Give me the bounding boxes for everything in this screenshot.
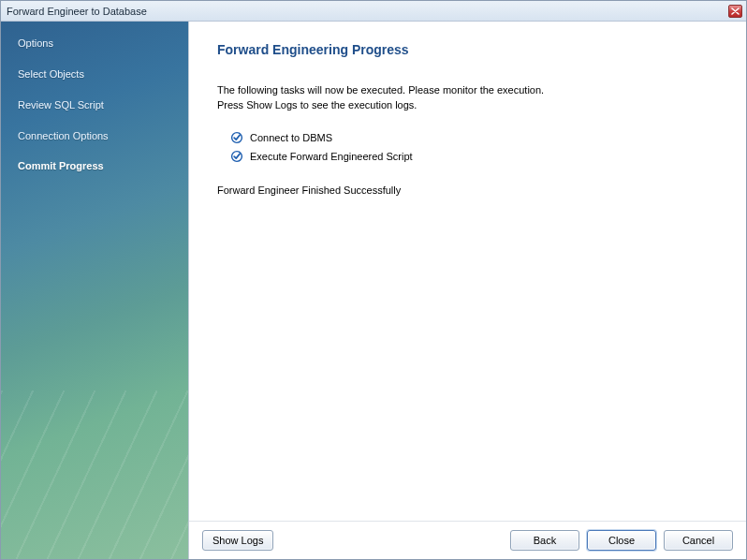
task-list: Connect to DBMS Execute Forward Engineer… [230,128,718,166]
task-label: Connect to DBMS [250,132,332,143]
page-heading: Forward Engineering Progress [217,42,718,57]
sidebar: Options Select Objects Review SQL Script… [1,22,188,559]
sidebar-item-commit-progress[interactable]: Commit Progress [1,154,188,179]
intro-line-2: Press Show Logs to see the execution log… [217,98,718,113]
window-title: Forward Engineer to Database [7,6,728,17]
wizard-body: Options Select Objects Review SQL Script… [1,22,746,559]
task-label: Execute Forward Engineered Script [250,151,413,162]
back-button[interactable]: Back [510,530,579,551]
intro-line-1: The following tasks will now be executed… [217,83,718,98]
result-text: Forward Engineer Finished Successfully [217,184,718,196]
wizard-window: Forward Engineer to Database Options Sel… [0,0,747,560]
sidebar-item-connection-options[interactable]: Connection Options [1,124,188,149]
show-logs-button[interactable]: Show Logs [202,530,273,551]
footer: Show Logs Back Close Cancel [189,521,746,559]
intro-text: The following tasks will now be executed… [217,83,718,113]
close-button[interactable]: Close [587,530,656,551]
close-icon[interactable] [728,5,742,18]
titlebar: Forward Engineer to Database [1,1,746,22]
task-item: Connect to DBMS [230,128,718,147]
sidebar-item-review-sql-script[interactable]: Review SQL Script [1,93,188,118]
cancel-button[interactable]: Cancel [664,530,733,551]
checkmark-icon [230,150,243,163]
sidebar-nav: Options Select Objects Review SQL Script… [1,22,188,179]
task-item: Execute Forward Engineered Script [230,147,718,166]
checkmark-icon [230,131,243,144]
sidebar-item-options[interactable]: Options [1,31,188,56]
main-panel: Forward Engineering Progress The followi… [188,22,746,559]
content-area: Forward Engineering Progress The followi… [189,22,746,521]
sidebar-item-select-objects[interactable]: Select Objects [1,62,188,87]
